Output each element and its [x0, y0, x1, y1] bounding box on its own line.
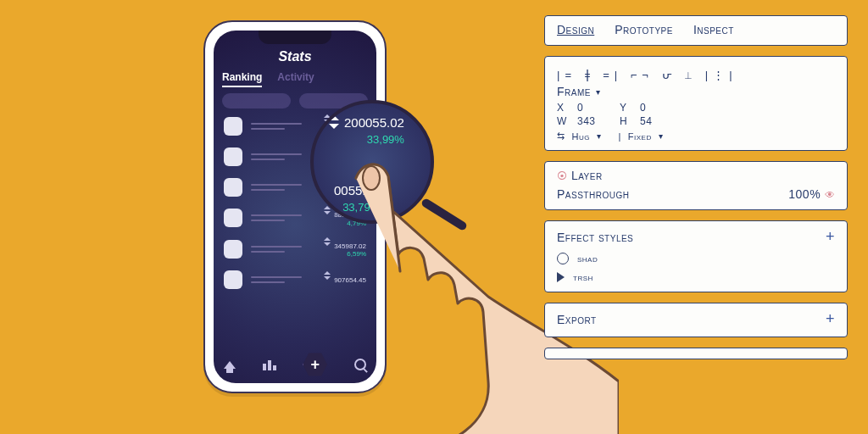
item-amount: 345987.02	[334, 242, 366, 250]
y-value[interactable]: 0	[640, 102, 682, 114]
h-label: H	[620, 115, 640, 127]
effect-item[interactable]: trsh	[557, 271, 835, 283]
item-thumb	[224, 209, 242, 227]
opacity-value[interactable]: 100%	[788, 187, 821, 201]
w-label: W	[557, 115, 577, 127]
list-item[interactable]: 907654.45	[224, 270, 366, 289]
item-text-placeholder	[251, 184, 302, 191]
circle-icon	[557, 253, 569, 264]
alignment-icons[interactable]: |= ǂ =| ⌐¬ ᕂ ⟂ |⋮|	[557, 69, 835, 81]
add-effect-button[interactable]: +	[826, 228, 835, 246]
visibility-icon[interactable]: 👁	[825, 189, 836, 201]
item-thumb	[224, 270, 242, 289]
add-button[interactable]: +	[303, 352, 328, 377]
x-value[interactable]: 0	[577, 102, 620, 114]
home-icon[interactable]	[222, 357, 237, 372]
effects-panel: Effect styles + shad trsh	[544, 220, 848, 292]
magnified-percent: 33,99%	[344, 133, 404, 146]
item-percent: 6,59%	[324, 250, 366, 259]
h-value[interactable]: 54	[640, 115, 682, 127]
phone-notch	[259, 31, 331, 44]
effect-label: shad	[577, 253, 598, 264]
item-text-placeholder	[251, 276, 302, 283]
magnified-amount: 0055.45	[334, 183, 380, 198]
item-text-placeholder	[251, 246, 302, 253]
export-title: Export	[557, 313, 597, 326]
triangle-icon	[557, 272, 565, 282]
magnifier-handle	[420, 198, 468, 231]
tab-design[interactable]: Design	[557, 23, 594, 36]
layer-panel: ⦿ Layer Passthrough 100% 👁	[544, 161, 848, 210]
item-text-placeholder	[251, 153, 302, 160]
frame-label: Frame	[557, 85, 591, 98]
frame-panel: |= ǂ =| ⌐¬ ᕂ ⟂ |⋮| Frame ▾ X 0 Y 0 W 343…	[544, 56, 848, 151]
inspector-tabs-panel: Design Prototype Inspect	[544, 15, 848, 46]
blend-mode[interactable]: Passthrough	[557, 187, 629, 201]
item-amount: 907654.45	[334, 276, 366, 284]
magnified-percent: 33,79%	[334, 201, 380, 214]
inspector-panels: Design Prototype Inspect |= ǂ =| ⌐¬ ᕂ ⟂ …	[544, 15, 848, 359]
item-thumb	[224, 178, 242, 197]
effect-item[interactable]: shad	[557, 253, 835, 264]
magnified-amount: 200055.02	[344, 115, 404, 130]
x-label: X	[557, 102, 577, 114]
magnifier-lens: 200055.02 33,99% 0055.45 33,79%	[310, 100, 434, 224]
page-title: Stats	[214, 49, 376, 64]
tab-prototype[interactable]: Prototype	[615, 23, 673, 36]
collapsed-panel	[544, 348, 848, 359]
list-item[interactable]: 345987.026,59%	[224, 240, 366, 259]
tab-inspect[interactable]: Inspect	[693, 23, 734, 36]
resize-icon: ⇆	[557, 131, 565, 142]
w-value[interactable]: 343	[577, 115, 620, 127]
effect-label: trsh	[573, 271, 593, 283]
y-label: Y	[620, 102, 640, 114]
eye-icon[interactable]: ⦿	[557, 170, 568, 182]
sort-icon	[324, 237, 331, 246]
fixed-dropdown[interactable]: Fixed	[628, 131, 652, 142]
item-thumb	[224, 240, 242, 259]
bottom-nav: +	[222, 353, 368, 376]
chevron-down-icon[interactable]: ▾	[596, 87, 601, 97]
export-panel: Export +	[544, 303, 848, 337]
add-export-button[interactable]: +	[826, 310, 835, 328]
item-text-placeholder	[251, 123, 302, 130]
item-text-placeholder	[251, 214, 302, 221]
stats-tabs: Ranking Activity	[222, 71, 368, 87]
sort-icon	[324, 271, 331, 280]
tab-ranking[interactable]: Ranking	[222, 71, 262, 87]
hug-dropdown[interactable]: Hug	[572, 131, 590, 142]
search-icon[interactable]	[353, 357, 368, 372]
stats-icon[interactable]	[262, 357, 277, 372]
effects-title: Effect styles	[557, 231, 633, 244]
layer-title: Layer	[571, 169, 603, 182]
item-thumb	[224, 117, 242, 136]
filter-pill[interactable]	[222, 93, 291, 108]
sort-icon	[329, 115, 339, 129]
tab-activity[interactable]: Activity	[277, 71, 314, 87]
item-thumb	[224, 147, 242, 166]
